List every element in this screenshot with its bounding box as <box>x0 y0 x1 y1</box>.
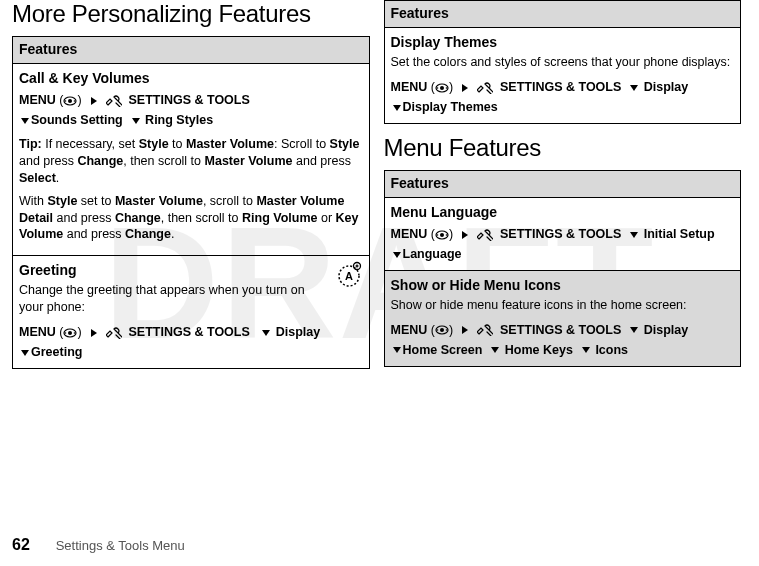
path-settings-label: SETTINGS & TOOLS <box>129 93 250 107</box>
arrow-down-icon <box>491 347 499 353</box>
table-row: Call & Key Volumes MENU () SETTINGS & TO… <box>13 64 370 256</box>
path-menu-label: MENU <box>391 323 428 337</box>
left-column: More Personalizing Features Features Cal… <box>12 0 370 520</box>
features-table-left: Features Call & Key Volumes MENU () SETT… <box>12 36 370 369</box>
menu-path: MENU () SETTINGS & TOOLS Display Display… <box>391 77 735 117</box>
accessibility-icon: A <box>335 260 363 288</box>
svg-point-3 <box>74 100 76 102</box>
svg-point-15 <box>437 87 439 89</box>
path-settings-label: SETTINGS & TOOLS <box>500 323 621 337</box>
svg-point-14 <box>440 86 444 90</box>
ui-term: Change <box>125 227 171 241</box>
text: If necessary, set <box>42 137 139 151</box>
svg-point-16 <box>446 87 448 89</box>
path-greeting-label: Greeting <box>31 345 82 359</box>
text: and press <box>53 211 115 225</box>
path-ring-label: Ring Styles <box>145 113 213 127</box>
row-title: Display Themes <box>391 34 735 50</box>
text: With <box>19 194 47 208</box>
settings-tools-icon <box>106 95 122 107</box>
table-row: Display Themes Set the colors and styles… <box>384 28 741 124</box>
row-title: Call & Key Volumes <box>19 70 363 86</box>
text: . <box>56 171 59 185</box>
path-display-label: Display <box>644 323 688 337</box>
text: . <box>171 227 174 241</box>
text: and press <box>293 154 351 168</box>
features-table-right-bottom: Features Menu Language MENU () SETTINGS … <box>384 170 742 367</box>
arrow-right-icon <box>91 97 97 105</box>
paragraph: With Style set to Master Volume, scroll … <box>19 193 363 244</box>
svg-point-11 <box>65 332 67 334</box>
arrow-down-icon <box>21 118 29 124</box>
paragraph: Change the greeting that appears when yo… <box>19 282 363 316</box>
svg-point-10 <box>68 331 72 335</box>
section-heading-menu-features: Menu Features <box>384 134 742 162</box>
settings-tools-icon <box>477 324 493 336</box>
ui-term: Master Volume <box>186 137 274 151</box>
table-row: Show or Hide Menu Icons Show or hide men… <box>384 270 741 366</box>
arrow-right-icon <box>91 329 97 337</box>
arrow-down-icon <box>393 105 401 111</box>
svg-point-22 <box>440 328 444 332</box>
row-title: Menu Language <box>391 204 735 220</box>
ui-term: Ring Volume <box>242 211 317 225</box>
arrow-down-icon <box>132 118 140 124</box>
settings-tools-icon <box>477 229 493 241</box>
arrow-down-icon <box>582 347 590 353</box>
arrow-down-icon <box>393 347 401 353</box>
arrow-down-icon <box>262 330 270 336</box>
text: and press <box>19 154 77 168</box>
ui-term: Style <box>139 137 169 151</box>
ui-term: Master Volume <box>115 194 203 208</box>
settings-tools-icon <box>106 327 122 339</box>
svg-point-19 <box>437 234 439 236</box>
row-title: Show or Hide Menu Icons <box>391 277 735 293</box>
arrow-down-icon <box>630 85 638 91</box>
ui-term: Change <box>77 154 123 168</box>
row-title: Greeting <box>19 262 363 278</box>
text: , scroll to <box>203 194 257 208</box>
center-key-icon <box>63 328 77 338</box>
center-key-icon <box>435 325 449 335</box>
text: , then scroll to <box>123 154 204 168</box>
svg-point-23 <box>437 330 439 332</box>
ui-term: Change <box>115 211 161 225</box>
path-menu-label: MENU <box>391 80 428 94</box>
settings-tools-icon <box>477 82 493 94</box>
path-menu-label: MENU <box>19 93 56 107</box>
menu-path: MENU () SETTINGS & TOOLS Sounds Setting … <box>19 90 363 130</box>
path-initial-label: Initial Setup <box>644 227 715 241</box>
text: or <box>318 211 336 225</box>
tip-paragraph: Tip: If necessary, set Style to Master V… <box>19 136 363 187</box>
svg-point-20 <box>446 234 448 236</box>
svg-point-18 <box>440 233 444 237</box>
path-settings-label: SETTINGS & TOOLS <box>500 80 621 94</box>
table-header: Features <box>384 1 741 28</box>
path-settings-label: SETTINGS & TOOLS <box>500 227 621 241</box>
menu-path: MENU () SETTINGS & TOOLS Initial Setup L… <box>391 224 735 264</box>
section-heading-personalizing: More Personalizing Features <box>12 0 370 28</box>
svg-text:A: A <box>345 270 353 282</box>
path-display-label: Display <box>276 325 320 339</box>
svg-point-2 <box>65 100 67 102</box>
features-table-right-top: Features Display Themes Set the colors a… <box>384 0 742 124</box>
svg-point-12 <box>74 332 76 334</box>
ui-term: Select <box>19 171 56 185</box>
center-key-icon <box>435 83 449 93</box>
arrow-down-icon <box>21 350 29 356</box>
path-menu-label: MENU <box>391 227 428 241</box>
ui-term: Style <box>330 137 360 151</box>
ui-term: Style <box>47 194 77 208</box>
ui-term: Master Volume <box>205 154 293 168</box>
paragraph: Show or hide menu feature icons in the h… <box>391 297 735 314</box>
page-footer: 62 Settings & Tools Menu <box>12 536 185 554</box>
arrow-down-icon <box>630 232 638 238</box>
text: : Scroll to <box>274 137 330 151</box>
page-number: 62 <box>12 536 30 553</box>
menu-path: MENU () SETTINGS & TOOLS Display Greetin… <box>19 322 363 362</box>
path-sounds-label: Sounds Setting <box>31 113 123 127</box>
svg-point-24 <box>446 330 448 332</box>
text: to <box>169 137 186 151</box>
tip-label: Tip: <box>19 137 42 151</box>
path-menu-label: MENU <box>19 325 56 339</box>
